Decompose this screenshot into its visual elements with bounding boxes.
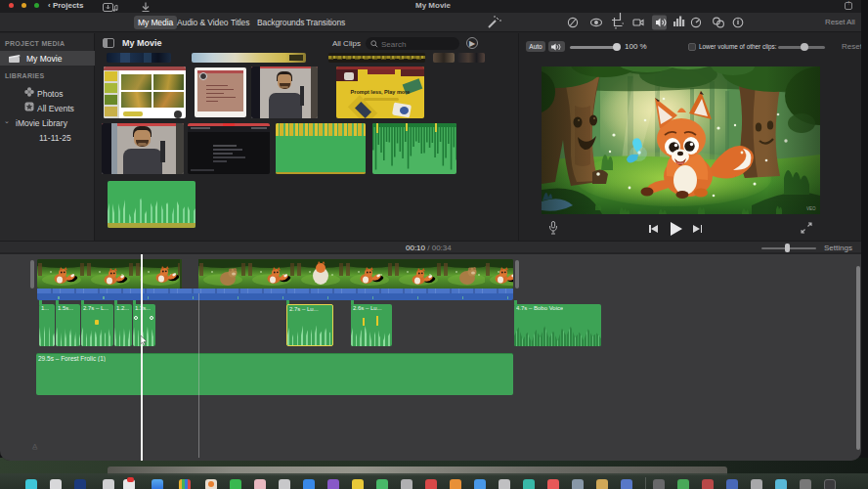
svg-text:VEO: VEO [806,206,816,211]
